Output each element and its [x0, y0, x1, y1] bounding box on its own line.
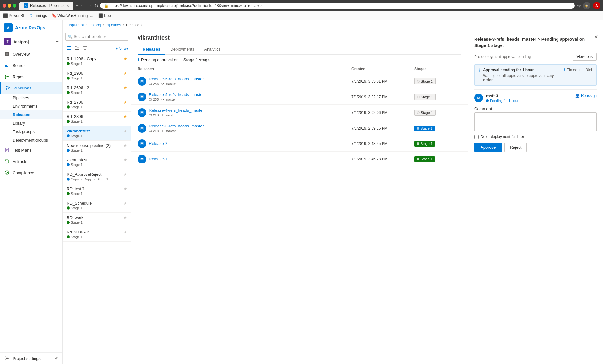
pipeline-item[interactable]: vikranthtest Stage 1 ★ — [63, 126, 131, 141]
pipeline-star-icon[interactable]: ★ — [123, 158, 127, 162]
release-name-link[interactable]: Release-3-refs_heads_master — [149, 124, 204, 128]
org-name[interactable]: Azure DevOps — [15, 25, 45, 30]
release-stage[interactable]: Stage 1 — [414, 126, 461, 131]
sidebar-item-compliance[interactable]: Compliance — [0, 167, 62, 178]
pipeline-item[interactable]: vikranthtest Stage 1 ★ — [63, 155, 131, 169]
approval-panel: ✕ Release-3-refs_heads_master > Pending … — [468, 30, 603, 364]
defer-checkbox-container[interactable]: Defer deployment for later — [474, 135, 597, 139]
sidebar-subitem-task-groups[interactable]: Task groups — [0, 127, 62, 136]
approver-avatar: M — [474, 94, 483, 102]
new-pipeline-dropdown[interactable]: ▾ — [127, 46, 128, 51]
sidebar-item-artifacts[interactable]: Artifacts — [0, 156, 62, 167]
approval-timeout: ℹ Timeout in 30d — [564, 68, 592, 72]
refresh-button[interactable]: ↻ — [94, 3, 98, 9]
close-approval-panel-button[interactable]: ✕ — [594, 34, 598, 40]
release-stage[interactable]: Stage 1 — [414, 78, 461, 84]
sidebar-item-overview[interactable]: Overview — [0, 48, 62, 60]
breadcrumb-project[interactable]: testproj — [89, 23, 101, 27]
approval-title: Release-3-refs_heads_master > Pending ap… — [474, 36, 597, 49]
pipeline-item[interactable]: Rd_1906 Stage 1 ★ — [63, 68, 131, 83]
star-icon[interactable]: ☆ — [577, 3, 581, 9]
sidebar-item-boards[interactable]: Boards — [0, 60, 62, 71]
release-name-link[interactable]: Release-1 — [149, 157, 167, 161]
project-name[interactable]: testproj — [14, 40, 53, 44]
pipeline-star-icon[interactable]: ★ — [123, 215, 127, 220]
pipeline-item[interactable]: RD_work Stage 1 ★ — [63, 213, 131, 227]
pipeline-item[interactable]: RD_ApproveReject Copy of Copy of Stage 1… — [63, 169, 131, 184]
browser-tab[interactable]: A Releases - Pipelines ✕ — [19, 2, 73, 10]
pipeline-star-icon[interactable]: ★ — [123, 143, 127, 148]
pipeline-item[interactable]: Rd_2706 Stage 1 ★ — [63, 97, 131, 112]
approve-button[interactable]: Approve — [474, 143, 502, 152]
release-stage[interactable]: Stage 1 — [414, 141, 461, 147]
bookmark-timings[interactable]: ⏱ Timings — [29, 13, 47, 18]
new-pipeline-button[interactable]: + New — [115, 46, 127, 51]
releases-main-panel: vikranthtest Releases Deployments Analyt… — [131, 30, 468, 364]
folder-view-icon[interactable] — [73, 45, 80, 52]
pipeline-star-icon[interactable]: ★ — [123, 114, 127, 119]
release-name-link[interactable]: Release-5-refs_heads_master — [149, 92, 204, 97]
pipeline-item[interactable]: New release pipeline (2) Stage 1 ★ — [63, 141, 131, 155]
bookmark-powerbi[interactable]: ⬛ Power BI — [3, 13, 24, 18]
sidebar-subitem-deployment-groups[interactable]: Deployment groups — [0, 136, 62, 144]
filter-icon[interactable] — [82, 45, 89, 52]
pipeline-star-icon[interactable]: ★ — [123, 56, 127, 61]
address-bar[interactable]: 🔒 https://dev.azure.com/tfspf-rmpf/testp… — [100, 3, 575, 9]
release-stage[interactable]: Stage 1 — [414, 94, 461, 100]
back-button[interactable]: ← — [80, 3, 85, 8]
pipeline-star-icon[interactable]: ★ — [123, 186, 127, 191]
bookmark-whatwasrunning[interactable]: 🔖 WhatWasRunning -... — [52, 13, 93, 18]
pipeline-item[interactable]: Rd_2806 - 2 Stage 1 ★ — [63, 227, 131, 242]
sidebar-subitem-environments[interactable]: Environments — [0, 102, 62, 110]
sidebar-subitem-releases[interactable]: Releases — [0, 110, 62, 119]
collapse-icon[interactable]: ≪ — [55, 356, 59, 361]
tab-title: Releases - Pipelines — [30, 3, 64, 8]
release-row: M Release-5-refs_heads_master 255 master… — [131, 89, 468, 105]
pipeline-item[interactable]: RD_Schedule Stage 1 ★ — [63, 198, 131, 213]
pipeline-star-icon[interactable]: ★ — [123, 85, 127, 90]
reassign-button[interactable]: 👤 Reassign — [575, 94, 597, 98]
tab-deployments[interactable]: Deployments — [165, 44, 199, 55]
search-pipelines-input[interactable] — [65, 33, 128, 41]
breadcrumb-pipelines[interactable]: Pipelines — [106, 23, 121, 27]
bookmark-uber[interactable]: ⬛ Uber — [98, 13, 112, 18]
sidebar-item-repos[interactable]: Repos — [0, 71, 62, 82]
sidebar-item-test-plans[interactable]: Test Plans — [0, 144, 62, 156]
pipeline-star-icon[interactable]: ★ — [123, 100, 127, 104]
project-settings[interactable]: Project settings ≪ — [0, 352, 62, 364]
pipeline-item[interactable]: Rd_2606 - 2 Stage 1 ★ — [63, 83, 131, 97]
defer-checkbox[interactable] — [474, 135, 479, 139]
sidebar-subitem-library[interactable]: Library — [0, 119, 62, 127]
profile-icon[interactable]: A — [593, 2, 600, 9]
list-view-icon[interactable] — [65, 45, 72, 52]
forward-button[interactable]: → — [87, 3, 92, 8]
pipeline-star-icon[interactable]: ★ — [123, 129, 127, 133]
approval-actions: Approve Reject — [474, 143, 597, 152]
release-stage[interactable]: Stage 1 — [414, 156, 461, 162]
view-logs-button[interactable]: View logs — [573, 53, 597, 61]
breadcrumb-org[interactable]: tfspf-rmpf — [68, 23, 84, 27]
release-stage[interactable]: Stage 1 — [414, 110, 461, 116]
pipeline-item[interactable]: Rd_2806 Stage 1 ★ — [63, 112, 131, 126]
pipeline-item[interactable]: Rd_1206 - Copy Stage 1 ★ — [63, 54, 131, 68]
tab-releases[interactable]: Releases — [138, 44, 165, 55]
pipeline-star-icon[interactable]: ★ — [123, 71, 127, 76]
tab-analytics[interactable]: Analytics — [199, 44, 225, 55]
release-name-link[interactable]: Release-6-refs_heads_master1 — [149, 77, 206, 81]
pipeline-item[interactable]: RD_testf1 Stage 1 ★ — [63, 184, 131, 198]
close-tab-icon[interactable]: ✕ — [66, 4, 69, 8]
release-avatar: M — [138, 155, 146, 163]
add-project-icon[interactable]: + — [55, 39, 59, 45]
comment-textarea[interactable] — [474, 112, 597, 131]
release-name-link[interactable]: Release-2 — [149, 141, 167, 146]
pipeline-item-stage: Stage 1 — [67, 120, 122, 123]
reject-button[interactable]: Reject — [504, 143, 527, 152]
sidebar-item-pipelines[interactable]: Pipelines — [0, 82, 62, 94]
pipeline-star-icon[interactable]: ★ — [123, 230, 127, 234]
release-name-link[interactable]: Release-4-refs_heads_master — [149, 108, 204, 113]
release-row: M Release-4-refs_heads_master 218 master… — [131, 105, 468, 120]
new-tab-icon[interactable]: + — [75, 3, 78, 8]
pipeline-star-icon[interactable]: ★ — [123, 172, 127, 177]
pipeline-star-icon[interactable]: ★ — [123, 201, 127, 206]
sidebar-subitem-pipelines[interactable]: Pipelines — [0, 94, 62, 102]
